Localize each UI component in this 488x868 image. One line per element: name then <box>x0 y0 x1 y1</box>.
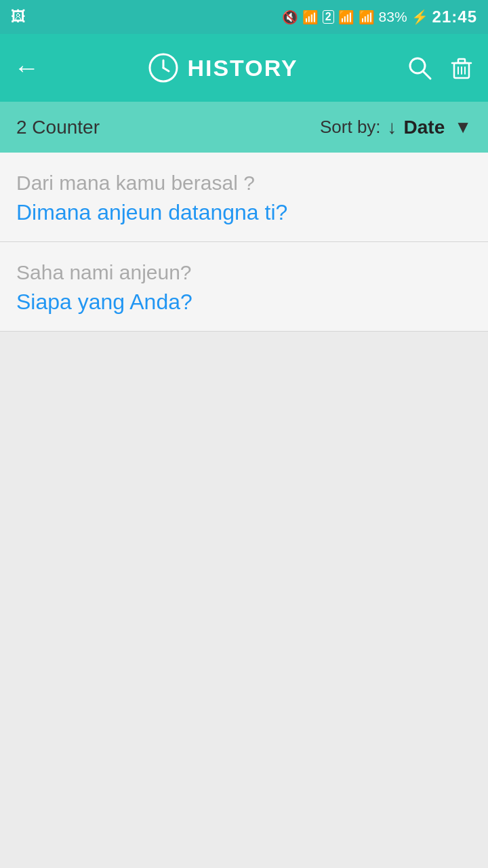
list-item[interactable]: Saha nami anjeun?Siapa yang Anda? <box>0 242 488 332</box>
sort-area[interactable]: Sort by: ↓ Date ▼ <box>320 117 472 138</box>
sort-value: Date <box>404 117 445 138</box>
svg-line-2 <box>163 68 169 71</box>
subheader: 2 Counter Sort by: ↓ Date ▼ <box>0 102 488 153</box>
mute-icon: 🔇 <box>282 9 298 25</box>
signal-icon: 📶 <box>338 9 354 25</box>
content-area: Dari mana kamu berasal ?Dimana anjeun da… <box>0 153 488 868</box>
toolbar-action-icons <box>407 55 474 81</box>
sort-dropdown-icon[interactable]: ▼ <box>454 117 472 138</box>
list-item[interactable]: Dari mana kamu berasal ?Dimana anjeun da… <box>0 153 488 242</box>
sim2-icon: 2 <box>323 10 334 24</box>
toolbar-title-area: HISTORY <box>148 52 298 83</box>
toolbar-title: HISTORY <box>187 55 298 81</box>
battery-icon: ⚡ <box>411 9 428 25</box>
list-item-original: Dari mana kamu berasal ? <box>16 172 472 195</box>
list-item-translation: Dimana anjeun datangna ti? <box>16 200 472 225</box>
back-button[interactable]: ← <box>14 54 39 83</box>
status-time: 21:45 <box>432 7 477 26</box>
status-bar: 🖼 🔇 📶 2 📶 📶 83% ⚡ 21:45 <box>0 0 488 34</box>
list-item-translation: Siapa yang Anda? <box>16 290 472 315</box>
sort-direction-icon: ↓ <box>388 117 397 138</box>
battery-percent: 83% <box>379 9 407 25</box>
svg-line-4 <box>423 71 430 79</box>
counter-label: 2 Counter <box>16 117 100 138</box>
wifi-icon: 📶 <box>302 9 319 25</box>
status-bar-right: 🔇 📶 2 📶 📶 83% ⚡ 21:45 <box>282 7 477 26</box>
trash-icon[interactable] <box>449 55 474 81</box>
sort-by-text: Sort by: <box>320 117 381 138</box>
signal2-icon: 📶 <box>359 9 375 25</box>
image-icon: 🖼 <box>11 8 26 26</box>
toolbar: ← HISTORY <box>0 34 488 102</box>
svg-rect-7 <box>458 59 465 63</box>
clock-icon <box>148 52 179 83</box>
list-item-original: Saha nami anjeun? <box>16 261 472 284</box>
search-icon[interactable] <box>407 55 432 81</box>
status-bar-left: 🖼 <box>11 8 26 26</box>
